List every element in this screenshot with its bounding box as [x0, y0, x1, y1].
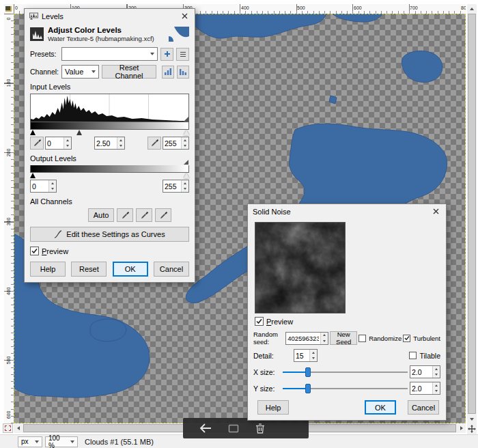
- input-high-field[interactable]: [163, 137, 181, 149]
- pick-black-point-button[interactable]: [30, 137, 44, 150]
- vertical-scrollbar[interactable]: [467, 4, 477, 423]
- help-button[interactable]: Help: [30, 262, 66, 277]
- preset-menu-button[interactable]: [176, 48, 189, 61]
- detail-field[interactable]: [294, 350, 309, 361]
- spin-down-icon[interactable]: [433, 372, 440, 378]
- auto-button[interactable]: Auto: [88, 208, 114, 222]
- input-low-field[interactable]: [46, 137, 64, 149]
- spin-up-icon[interactable]: [182, 137, 188, 143]
- ruler-tick-label: 0: [15, 5, 18, 10]
- tilable-checkbox[interactable]: Tilable: [409, 352, 440, 360]
- spin-down-icon[interactable]: [182, 186, 188, 193]
- input-level-markers[interactable]: [30, 130, 189, 135]
- spin-down-icon[interactable]: [182, 143, 188, 150]
- pick-white-all-button[interactable]: [155, 208, 171, 222]
- help-button[interactable]: Help: [257, 400, 289, 415]
- y-size-slider[interactable]: [283, 383, 408, 394]
- spin-up-icon[interactable]: [49, 180, 56, 186]
- y-size-spinner[interactable]: [410, 382, 440, 395]
- scroll-up-icon[interactable]: [467, 4, 477, 13]
- delete-button[interactable]: [255, 423, 265, 434]
- x-size-slider[interactable]: [283, 367, 408, 378]
- scroll-down-icon[interactable]: [467, 415, 477, 423]
- white-point-marker[interactable]: [184, 130, 189, 135]
- add-preset-button[interactable]: [160, 48, 173, 61]
- slider-thumb[interactable]: [305, 367, 311, 377]
- slider-thumb[interactable]: [305, 384, 311, 393]
- linear-histogram-button[interactable]: [162, 66, 174, 79]
- reset-channel-button[interactable]: Reset Channel: [102, 65, 156, 79]
- output-low-field[interactable]: [31, 180, 48, 192]
- input-low-spinner[interactable]: [45, 137, 72, 150]
- levels-titlebar[interactable]: Levels: [25, 9, 195, 23]
- output-white-marker[interactable]: [184, 173, 189, 178]
- ok-button[interactable]: OK: [113, 262, 148, 277]
- logarithmic-histogram-button[interactable]: [177, 66, 189, 79]
- channel-select[interactable]: Value: [61, 65, 99, 79]
- black-point-marker[interactable]: [30, 130, 36, 135]
- new-seed-button[interactable]: New Seed: [330, 331, 357, 345]
- output-level-markers[interactable]: [30, 173, 189, 178]
- spin-up-icon[interactable]: [321, 333, 328, 339]
- spin-down-icon[interactable]: [321, 338, 328, 344]
- input-gradient-bar[interactable]: [30, 122, 189, 130]
- scroll-right-icon[interactable]: [457, 423, 466, 433]
- preview-checkbox[interactable]: Preview: [255, 317, 293, 326]
- solid-noise-dialog: Solid Noise Preview: [247, 204, 447, 421]
- reset-button[interactable]: Reset: [71, 262, 107, 277]
- random-seed-field[interactable]: [286, 333, 320, 344]
- back-button[interactable]: [199, 423, 212, 433]
- output-black-marker[interactable]: [30, 173, 36, 178]
- close-button[interactable]: [431, 206, 441, 216]
- output-high-spinner[interactable]: [163, 180, 189, 193]
- gamma-spinner[interactable]: [94, 137, 125, 150]
- ruler-origin-button[interactable]: [4, 4, 14, 14]
- vertical-scrollbar-thumb[interactable]: [468, 14, 476, 414]
- output-low-spinner[interactable]: [30, 180, 57, 193]
- x-size-spinner[interactable]: [410, 365, 440, 378]
- zoom-select[interactable]: 100 %: [45, 436, 78, 447]
- close-button[interactable]: [180, 11, 190, 21]
- quick-mask-toggle[interactable]: [3, 423, 13, 433]
- x-size-field[interactable]: [410, 366, 432, 378]
- spin-up-icon[interactable]: [433, 382, 440, 389]
- output-gradient-bar[interactable]: [30, 165, 189, 173]
- gamma-field[interactable]: [95, 137, 117, 149]
- ok-button[interactable]: OK: [365, 400, 396, 415]
- edit-as-curves-button[interactable]: Edit these Settings as Curves: [30, 227, 189, 242]
- spin-down-icon[interactable]: [117, 143, 124, 150]
- preview-checkbox[interactable]: Preview: [30, 247, 68, 255]
- gradient-side-icon[interactable]: [184, 160, 188, 165]
- pick-white-point-button[interactable]: [147, 137, 161, 150]
- y-size-field[interactable]: [410, 382, 432, 394]
- spin-down-icon[interactable]: [433, 389, 440, 395]
- pick-black-all-button[interactable]: [117, 208, 133, 222]
- spin-up-icon[interactable]: [64, 137, 71, 143]
- input-high-spinner[interactable]: [163, 137, 189, 150]
- spin-down-icon[interactable]: [64, 143, 71, 150]
- unit-select[interactable]: px: [18, 436, 42, 447]
- spin-down-icon[interactable]: [49, 186, 56, 193]
- gradient-side-icon[interactable]: [184, 117, 188, 122]
- spin-up-icon[interactable]: [310, 350, 317, 356]
- output-high-field[interactable]: [163, 180, 181, 192]
- presets-select[interactable]: [61, 47, 158, 61]
- vertical-ruler[interactable]: 0 100 200 300 400 500 600: [4, 14, 14, 423]
- gamma-marker[interactable]: [76, 130, 82, 135]
- randomize-checkbox[interactable]: Randomize: [358, 335, 402, 342]
- spin-up-icon[interactable]: [433, 366, 440, 372]
- spin-down-icon[interactable]: [310, 356, 317, 362]
- navigation-button[interactable]: [467, 423, 477, 434]
- cancel-button[interactable]: Cancel: [154, 262, 189, 277]
- scroll-left-icon[interactable]: [14, 423, 23, 433]
- detail-spinner[interactable]: [294, 349, 318, 362]
- solid-noise-titlebar[interactable]: Solid Noise: [248, 204, 446, 219]
- cancel-button[interactable]: Cancel: [408, 400, 439, 415]
- spin-up-icon[interactable]: [117, 137, 124, 143]
- screen-button[interactable]: [228, 424, 239, 433]
- spin-up-icon[interactable]: [182, 180, 188, 186]
- turbulent-checkbox[interactable]: Turbulent: [403, 335, 440, 342]
- pick-gray-all-button[interactable]: [136, 208, 152, 222]
- histogram[interactable]: [30, 94, 189, 122]
- random-seed-spinner[interactable]: [285, 332, 328, 345]
